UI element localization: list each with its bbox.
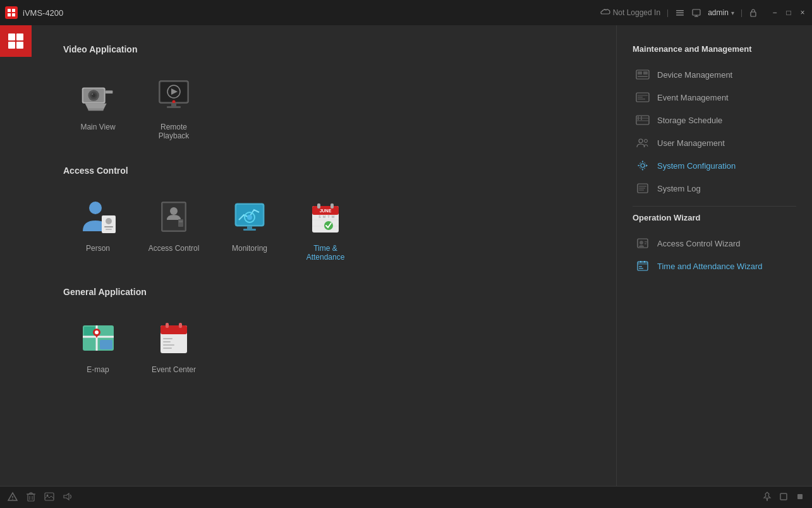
svg-rect-109 [28,494,34,501]
main-view-item[interactable]: Main View [63,67,133,147]
user-management-item[interactable]: User Management [633,131,796,154]
person-item[interactable]: Person [63,188,133,268]
svg-rect-70 [163,348,172,349]
svg-rect-66 [179,323,182,328]
emap-icon [78,318,119,359]
minimize-button[interactable]: − [770,8,779,17]
video-application-grid: Main View [63,67,585,147]
warning-icon[interactable] [8,492,18,504]
remote-playback-label: Remote Playback [145,123,202,140]
storage-schedule-item[interactable]: Storage Schedule [633,109,796,131]
admin-section[interactable]: admin ▾ [708,8,734,17]
access-control-item[interactable]: Access Control [139,188,209,268]
square-outline-icon[interactable] [779,492,788,503]
svg-rect-17 [106,90,113,94]
svg-rect-77 [638,97,643,98]
win-controls: − □ × [770,8,807,17]
filled-square-icon[interactable] [796,492,804,503]
emap-label: E-map [87,365,109,374]
svg-text:JUNE: JUNE [320,209,332,213]
monitor-icon[interactable] [691,8,701,17]
svg-rect-78 [638,99,645,100]
access-control-icon [154,197,193,236]
svg-rect-19 [88,108,103,111]
volume-icon[interactable] [63,492,73,503]
system-log-item[interactable]: System Log [633,177,796,200]
close-button[interactable]: × [798,8,807,17]
svg-point-40 [247,215,252,220]
image-icon[interactable] [44,492,54,503]
svg-rect-95 [639,190,644,191]
user-management-icon [636,138,650,148]
not-logged-status[interactable]: Not Logged In [600,8,660,17]
monitoring-icon-box [227,195,272,239]
menu-lines-icon[interactable] [675,8,685,17]
system-configuration-label: System Configuration [657,161,736,171]
svg-rect-93 [639,186,646,187]
device-management-item[interactable]: Device Management [633,63,796,86]
emap-item[interactable]: E-map [63,310,133,380]
general-application-title: General Application [63,287,585,297]
user-management-label: User Management [657,138,725,148]
time-attendance-wizard-item[interactable]: Time and Attendance Wizard [633,255,796,277]
svg-rect-7 [693,9,700,15]
monitoring-label: Monitoring [232,244,267,253]
svg-rect-120 [797,494,803,499]
svg-rect-116 [45,493,54,500]
event-center-item[interactable]: Event Center [139,310,209,380]
access-control-wizard-item[interactable]: Access Control Wizard [633,232,796,255]
svg-rect-42 [243,229,256,231]
svg-rect-68 [163,341,171,342]
titlebar-left: iVMS-4200 [5,6,63,19]
bottom-right [763,492,804,504]
access-control-wizard-icon [636,238,650,248]
svg-rect-65 [166,323,169,328]
app-logo [5,6,18,19]
lock-icon[interactable] [749,8,758,18]
svg-rect-98 [645,241,647,243]
access-control-title: Access Control [63,166,585,176]
bottom-left [8,492,73,504]
trash-icon[interactable] [27,492,35,504]
operation-wizard-title: Operation Wizard [633,213,796,222]
right-panel: Maintenance and Management Device Manage… [616,25,812,486]
video-application-title: Video Application [63,44,585,54]
event-management-label: Event Management [657,93,729,102]
svg-rect-45 [317,203,320,209]
svg-rect-26 [167,106,181,108]
emap-icon-box [76,316,120,360]
svg-rect-58 [100,340,112,349]
svg-rect-2 [8,13,11,16]
home-button[interactable] [0,25,32,57]
svg-rect-5 [676,13,684,14]
svg-text:M: M [323,215,325,219]
svg-point-87 [639,162,646,169]
person-icon-box [76,195,120,239]
svg-point-84 [639,139,643,143]
monitoring-item[interactable]: Monitoring [215,188,284,268]
svg-point-29 [106,218,112,224]
svg-rect-83 [641,116,642,120]
main-view-label: Main View [80,123,115,131]
remote-playback-item[interactable]: Remote Playback [139,67,209,147]
svg-point-86 [641,164,645,167]
event-center-label: Event Center [152,365,196,374]
pin-icon[interactable] [763,492,772,504]
svg-rect-3 [12,13,15,16]
system-configuration-item[interactable]: System Configuration [633,154,796,177]
svg-rect-82 [638,116,639,120]
maximize-button[interactable]: □ [784,8,793,17]
svg-point-85 [645,140,648,143]
svg-marker-118 [64,493,69,500]
svg-point-27 [89,202,102,214]
storage-schedule-icon [636,115,650,125]
access-control-icon-box [152,195,196,239]
svg-text:W: W [332,215,335,219]
time-attendance-icon-box: JUNE S M T W [303,195,348,239]
time-attendance-item[interactable]: JUNE S M T W Time & Attendance [291,188,360,268]
general-application-grid: E-map [63,310,585,380]
event-management-item[interactable]: Event Management [633,86,796,109]
svg-rect-104 [639,266,642,267]
svg-rect-74 [638,76,648,77]
svg-rect-1 [12,9,15,12]
